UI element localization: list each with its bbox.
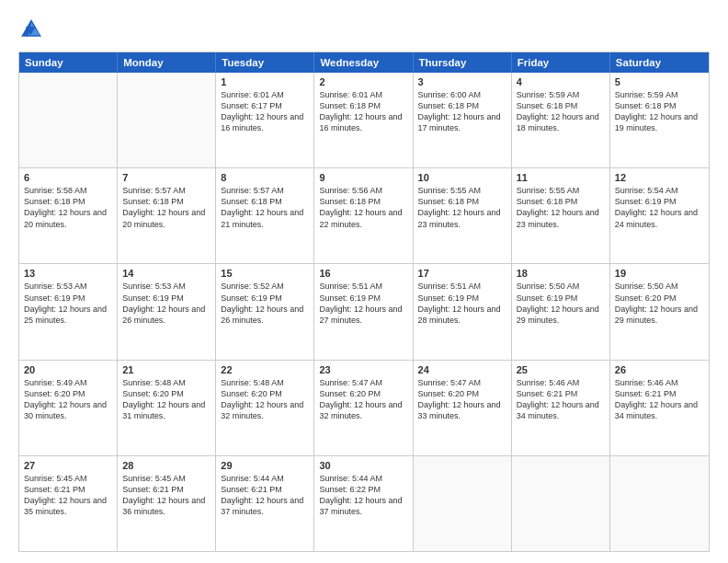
cell-date: 1	[221, 76, 309, 87]
calendar-cell: 16Sunrise: 5:51 AM Sunset: 6:19 PM Dayli…	[314, 264, 413, 359]
calendar: SundayMondayTuesdayWednesdayThursdayFrid…	[18, 52, 710, 552]
cell-date: 23	[319, 364, 407, 375]
cell-date: 28	[122, 460, 210, 471]
cell-info: Sunrise: 5:44 AM Sunset: 6:22 PM Dayligh…	[319, 473, 407, 518]
cell-date: 11	[517, 172, 605, 183]
cell-date: 4	[517, 76, 605, 87]
day-header-thursday: Thursday	[414, 52, 512, 73]
calendar-cell: 4Sunrise: 5:59 AM Sunset: 6:18 PM Daylig…	[512, 73, 610, 167]
calendar-row: 27Sunrise: 5:45 AM Sunset: 6:21 PM Dayli…	[19, 456, 709, 551]
calendar-cell: 24Sunrise: 5:47 AM Sunset: 6:20 PM Dayli…	[414, 361, 512, 455]
cell-info: Sunrise: 5:49 AM Sunset: 6:20 PM Dayligh…	[24, 377, 112, 422]
cell-info: Sunrise: 5:57 AM Sunset: 6:18 PM Dayligh…	[122, 185, 210, 230]
calendar-row: 1Sunrise: 6:01 AM Sunset: 6:17 PM Daylig…	[19, 73, 709, 168]
calendar-cell: 23Sunrise: 5:47 AM Sunset: 6:20 PM Dayli…	[314, 361, 413, 455]
calendar-cell: 10Sunrise: 5:55 AM Sunset: 6:18 PM Dayli…	[414, 168, 512, 263]
cell-info: Sunrise: 5:46 AM Sunset: 6:21 PM Dayligh…	[615, 377, 704, 422]
cell-date: 5	[615, 76, 704, 87]
cell-info: Sunrise: 5:45 AM Sunset: 6:21 PM Dayligh…	[122, 473, 210, 518]
cell-info: Sunrise: 5:48 AM Sunset: 6:20 PM Dayligh…	[221, 377, 309, 422]
calendar-cell: 28Sunrise: 5:45 AM Sunset: 6:21 PM Dayli…	[118, 456, 216, 551]
cell-date: 9	[319, 172, 407, 183]
logo-icon	[18, 17, 44, 42]
cell-info: Sunrise: 5:50 AM Sunset: 6:20 PM Dayligh…	[615, 281, 704, 326]
cell-info: Sunrise: 6:00 AM Sunset: 6:18 PM Dayligh…	[418, 89, 506, 134]
calendar-cell	[118, 73, 216, 167]
calendar-cell: 12Sunrise: 5:54 AM Sunset: 6:19 PM Dayli…	[610, 168, 709, 263]
cell-info: Sunrise: 6:01 AM Sunset: 6:18 PM Dayligh…	[319, 89, 407, 134]
cell-date: 16	[319, 268, 407, 279]
calendar-cell: 13Sunrise: 5:53 AM Sunset: 6:19 PM Dayli…	[19, 264, 118, 359]
calendar-cell: 15Sunrise: 5:52 AM Sunset: 6:19 PM Dayli…	[216, 264, 314, 359]
calendar-cell	[414, 456, 512, 551]
day-header-tuesday: Tuesday	[216, 52, 314, 73]
calendar-cell: 5Sunrise: 5:59 AM Sunset: 6:18 PM Daylig…	[610, 73, 709, 167]
calendar-cell	[610, 456, 709, 551]
header	[18, 17, 710, 42]
cell-info: Sunrise: 5:45 AM Sunset: 6:21 PM Dayligh…	[24, 473, 112, 518]
page: SundayMondayTuesdayWednesdayThursdayFrid…	[0, 0, 728, 563]
cell-date: 18	[517, 268, 605, 279]
cell-date: 30	[319, 460, 407, 471]
day-header-wednesday: Wednesday	[314, 52, 413, 73]
calendar-row: 6Sunrise: 5:58 AM Sunset: 6:18 PM Daylig…	[19, 168, 709, 264]
cell-date: 27	[24, 460, 112, 471]
calendar-cell: 25Sunrise: 5:46 AM Sunset: 6:21 PM Dayli…	[512, 361, 610, 455]
cell-info: Sunrise: 6:01 AM Sunset: 6:17 PM Dayligh…	[221, 89, 309, 134]
cell-info: Sunrise: 5:46 AM Sunset: 6:21 PM Dayligh…	[517, 377, 605, 422]
cell-info: Sunrise: 5:47 AM Sunset: 6:20 PM Dayligh…	[418, 377, 506, 422]
day-header-saturday: Saturday	[610, 52, 709, 73]
calendar-body: 1Sunrise: 6:01 AM Sunset: 6:17 PM Daylig…	[19, 73, 709, 551]
cell-info: Sunrise: 5:51 AM Sunset: 6:19 PM Dayligh…	[418, 281, 506, 326]
cell-info: Sunrise: 5:48 AM Sunset: 6:20 PM Dayligh…	[122, 377, 210, 422]
calendar-cell: 30Sunrise: 5:44 AM Sunset: 6:22 PM Dayli…	[314, 456, 413, 551]
calendar-cell	[512, 456, 610, 551]
cell-date: 6	[24, 172, 112, 183]
cell-date: 25	[517, 364, 605, 375]
calendar-cell: 7Sunrise: 5:57 AM Sunset: 6:18 PM Daylig…	[118, 168, 216, 263]
cell-date: 3	[418, 76, 506, 87]
cell-date: 21	[122, 364, 210, 375]
calendar-header: SundayMondayTuesdayWednesdayThursdayFrid…	[19, 52, 709, 73]
cell-info: Sunrise: 5:54 AM Sunset: 6:19 PM Dayligh…	[615, 185, 704, 230]
calendar-cell: 27Sunrise: 5:45 AM Sunset: 6:21 PM Dayli…	[19, 456, 118, 551]
cell-date: 24	[418, 364, 506, 375]
cell-date: 7	[122, 172, 210, 183]
cell-info: Sunrise: 5:44 AM Sunset: 6:21 PM Dayligh…	[221, 473, 309, 518]
cell-date: 12	[615, 172, 704, 183]
cell-date: 17	[418, 268, 506, 279]
cell-info: Sunrise: 5:51 AM Sunset: 6:19 PM Dayligh…	[319, 281, 407, 326]
calendar-cell: 3Sunrise: 6:00 AM Sunset: 6:18 PM Daylig…	[414, 73, 512, 167]
calendar-row: 13Sunrise: 5:53 AM Sunset: 6:19 PM Dayli…	[19, 264, 709, 360]
cell-date: 2	[319, 76, 407, 87]
cell-info: Sunrise: 5:50 AM Sunset: 6:19 PM Dayligh…	[517, 281, 605, 326]
calendar-cell: 29Sunrise: 5:44 AM Sunset: 6:21 PM Dayli…	[216, 456, 314, 551]
cell-info: Sunrise: 5:59 AM Sunset: 6:18 PM Dayligh…	[615, 89, 704, 134]
cell-date: 14	[122, 268, 210, 279]
cell-date: 19	[615, 268, 704, 279]
cell-date: 15	[221, 268, 309, 279]
calendar-cell: 18Sunrise: 5:50 AM Sunset: 6:19 PM Dayli…	[512, 264, 610, 359]
cell-date: 22	[221, 364, 309, 375]
cell-info: Sunrise: 5:47 AM Sunset: 6:20 PM Dayligh…	[319, 377, 407, 422]
cell-info: Sunrise: 5:58 AM Sunset: 6:18 PM Dayligh…	[24, 185, 112, 230]
calendar-cell: 19Sunrise: 5:50 AM Sunset: 6:20 PM Dayli…	[610, 264, 709, 359]
cell-info: Sunrise: 5:53 AM Sunset: 6:19 PM Dayligh…	[122, 281, 210, 326]
cell-info: Sunrise: 5:52 AM Sunset: 6:19 PM Dayligh…	[221, 281, 309, 326]
calendar-cell	[19, 73, 118, 167]
cell-info: Sunrise: 5:59 AM Sunset: 6:18 PM Dayligh…	[517, 89, 605, 134]
calendar-cell: 9Sunrise: 5:56 AM Sunset: 6:18 PM Daylig…	[314, 168, 413, 263]
cell-info: Sunrise: 5:53 AM Sunset: 6:19 PM Dayligh…	[24, 281, 112, 326]
calendar-cell: 20Sunrise: 5:49 AM Sunset: 6:20 PM Dayli…	[19, 361, 118, 455]
calendar-cell: 6Sunrise: 5:58 AM Sunset: 6:18 PM Daylig…	[19, 168, 118, 263]
cell-info: Sunrise: 5:55 AM Sunset: 6:18 PM Dayligh…	[517, 185, 605, 230]
calendar-cell: 17Sunrise: 5:51 AM Sunset: 6:19 PM Dayli…	[414, 264, 512, 359]
day-header-sunday: Sunday	[19, 52, 118, 73]
cell-date: 20	[24, 364, 112, 375]
calendar-cell: 1Sunrise: 6:01 AM Sunset: 6:17 PM Daylig…	[216, 73, 314, 167]
day-header-friday: Friday	[512, 52, 610, 73]
cell-date: 8	[221, 172, 309, 183]
cell-info: Sunrise: 5:55 AM Sunset: 6:18 PM Dayligh…	[418, 185, 506, 230]
logo	[18, 17, 48, 42]
calendar-cell: 22Sunrise: 5:48 AM Sunset: 6:20 PM Dayli…	[216, 361, 314, 455]
